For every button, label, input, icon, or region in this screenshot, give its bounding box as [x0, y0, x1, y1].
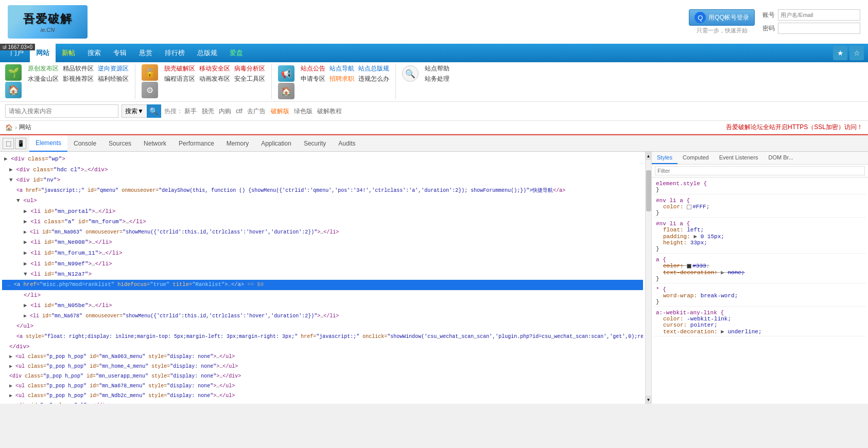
- html-line-24[interactable]: ▶ <div id="mu" class="cl">…</div>: [2, 401, 643, 404]
- cat-col-4: 脱壳破解区 编程语言区: [164, 64, 195, 83]
- account-input[interactable]: [778, 9, 860, 21]
- cat-separator-1: [135, 64, 135, 99]
- styles-filter-input[interactable]: [655, 166, 865, 175]
- html-line-5[interactable]: ▼ <ul>: [2, 195, 643, 206]
- html-line-16[interactable]: </ul>: [2, 321, 643, 332]
- cat-software[interactable]: 精品软件区: [63, 64, 94, 73]
- login-area: Q 用QQ帐号登录 只需一步，快速开始 账号 密码: [689, 9, 860, 34]
- html-line-13[interactable]: </li>: [2, 290, 643, 301]
- html-line-8[interactable]: ▶ <li id="mn_Na063" onmouseover="showMen…: [2, 227, 643, 237]
- breadcrumb-home-icon[interactable]: 🏠: [5, 124, 13, 131]
- cat-unpack[interactable]: 脱壳破解区: [164, 64, 195, 73]
- cat-notice[interactable]: 站点公告: [301, 64, 325, 73]
- html-line-11[interactable]: ▶ <li id="mn_N99ef">…</li>: [2, 259, 643, 270]
- css-prop-padding[interactable]: padding: ▶ 0 15px;: [663, 233, 864, 240]
- cat-tools[interactable]: 安全工具区: [234, 75, 265, 83]
- tab-audits[interactable]: Audits: [332, 135, 361, 152]
- elements-scrollbar[interactable]: ▲ ▼: [645, 152, 651, 404]
- hot-link-1[interactable]: 新手: [184, 107, 197, 115]
- html-line-6[interactable]: ▶ <li id="mn_portal">…</li>: [2, 206, 643, 217]
- hot-link-4[interactable]: ctf: [236, 107, 242, 115]
- hot-link-2[interactable]: 脱壳: [202, 107, 214, 115]
- cat-help[interactable]: 站点帮助: [425, 64, 449, 73]
- css-prop-webkit-color[interactable]: color: -webkit-link;: [663, 316, 864, 322]
- css-prop-height[interactable]: height: 33px;: [663, 240, 864, 246]
- category-bar: 🌱 🏠 原创发布区 水漫金山区 精品软件区 影视推荐区 逆向资源区 福利经验区 …: [0, 62, 868, 102]
- device-mode-button[interactable]: 📱: [15, 138, 26, 149]
- tab-elements[interactable]: Elements: [29, 135, 67, 152]
- html-line-4[interactable]: <a href="javascript:;" id="qmenu" onmous…: [2, 186, 643, 195]
- cat-apply[interactable]: 申请专区: [301, 75, 325, 83]
- html-line-1[interactable]: ▶ <div class="wp">: [2, 154, 643, 165]
- html-line-12[interactable]: ▼ <li id="mn_N12a7">: [2, 269, 643, 280]
- html-line-22[interactable]: ▶ <ul class="p_pop h_pop" id="mn_Na678_m…: [2, 381, 643, 391]
- styles-tab-dom-breakpoints[interactable]: DOM Br...: [763, 152, 798, 164]
- elements-content[interactable]: ▶ <div class="wp"> ▶ <div class="hdc cl"…: [0, 152, 645, 404]
- html-line-17[interactable]: <a style="float: right;display: inline;m…: [2, 332, 643, 342]
- html-line-14[interactable]: ▶ <li id="mn_N05be">…</li>: [2, 300, 643, 311]
- cat-virus[interactable]: 病毒分析区: [234, 64, 265, 73]
- cat-job[interactable]: 招聘求职: [329, 75, 354, 83]
- hot-link-7[interactable]: 绿色版: [294, 107, 313, 115]
- cat-coding[interactable]: 编程语言区: [164, 75, 195, 83]
- html-line-19[interactable]: ▶ <ul class="p_pop h_pop" id="mn_Na063_m…: [2, 352, 643, 362]
- css-prop-a-color[interactable]: color: #333;: [663, 263, 864, 269]
- tab-application[interactable]: Application: [255, 135, 298, 152]
- styles-panel: Styles Computed Event Listeners DOM Br..…: [652, 152, 868, 404]
- tab-performance[interactable]: Performance: [172, 135, 220, 152]
- nav-item-new[interactable]: 新帖: [56, 44, 81, 62]
- cat-animation[interactable]: 动画发布区: [199, 75, 230, 83]
- css-prop-webkit-decoration[interactable]: text-decoration: ▶ underline;: [663, 328, 864, 335]
- nav-item-reward[interactable]: 悬赏: [133, 44, 159, 62]
- html-line-20[interactable]: ▶ <ul class="p_pop h_pop" id="mn_home_4_…: [2, 362, 643, 371]
- hot-link-6[interactable]: 破解版: [271, 107, 289, 115]
- tab-sources[interactable]: Sources: [102, 135, 137, 152]
- css-prop-a-decoration[interactable]: text-decoration: ▶ none;: [663, 269, 864, 276]
- html-line-23[interactable]: ▶ <ul class="p_pop h_pop" id="mn_Ndb2c_m…: [2, 391, 643, 401]
- html-line-21[interactable]: <div class="p_pop h_pop" id="mn_userapp_…: [2, 371, 643, 381]
- html-line-3[interactable]: ▼ <div id="nv">: [2, 175, 643, 186]
- css-prop-wordwrap[interactable]: word-wrap: break-word;: [663, 293, 864, 299]
- html-line-15[interactable]: ▶ <li id="mn_Na678" onmouseover="showMen…: [2, 311, 643, 321]
- css-prop-cursor[interactable]: cursor: pointer;: [663, 322, 864, 328]
- search-input[interactable]: [5, 104, 118, 118]
- styles-tab-event-listeners[interactable]: Event Listeners: [714, 152, 763, 164]
- nav-item-rules[interactable]: 总版规: [191, 44, 223, 62]
- nav-item-ranking[interactable]: 排行榜: [159, 44, 191, 62]
- cat-nav[interactable]: 站点导航: [329, 64, 354, 73]
- tab-network[interactable]: Network: [137, 135, 172, 152]
- css-prop-float[interactable]: float: left;: [663, 227, 864, 233]
- nav-item-aipan[interactable]: 爱盘: [223, 44, 249, 62]
- inspect-element-button[interactable]: ⬚: [3, 138, 14, 149]
- qq-login-button[interactable]: Q 用QQ帐号登录: [689, 9, 755, 26]
- html-line-9[interactable]: ▶ <li id="mn_Ne008">…</li>: [2, 237, 643, 248]
- tab-security[interactable]: Security: [298, 135, 332, 152]
- hot-link-8[interactable]: 破解教程: [317, 107, 342, 115]
- html-line-10[interactable]: ▶ <li id="mn_forum_11">…</li>: [2, 248, 643, 259]
- tab-console[interactable]: Console: [67, 135, 102, 152]
- html-line-7[interactable]: ▶ <li class="a" id="mn_forum">…</li>: [2, 217, 643, 227]
- styles-tab-styles[interactable]: Styles: [652, 152, 678, 164]
- nav-item-search[interactable]: 搜索: [81, 44, 107, 62]
- cat-welfare[interactable]: 福利经验区: [98, 75, 129, 83]
- nav-item-album[interactable]: 专辑: [107, 44, 133, 62]
- cat-violation[interactable]: 违规怎么办: [358, 75, 389, 83]
- cat-mobile[interactable]: 移动安全区: [199, 64, 230, 73]
- hot-link-5[interactable]: 去广告: [247, 107, 266, 115]
- cat-movie[interactable]: 影视推荐区: [63, 75, 94, 83]
- cat-admin[interactable]: 站务处理: [425, 75, 449, 83]
- styles-tab-computed[interactable]: Computed: [678, 152, 714, 164]
- html-line-2[interactable]: ▶ <div class="hdc cl">…</div>: [2, 165, 643, 175]
- css-prop-color-1[interactable]: color: #FFF;: [663, 204, 864, 210]
- hot-link-3[interactable]: 内购: [219, 107, 231, 115]
- html-line-18[interactable]: </div>: [2, 342, 643, 352]
- cat-rules[interactable]: 站点总版规: [358, 64, 389, 73]
- html-line-selected[interactable]: … <a href="misc.php?mod=ranklist" hidefo…: [2, 280, 643, 290]
- password-input[interactable]: [778, 23, 860, 34]
- cat-reverse[interactable]: 逆向资源区: [98, 64, 129, 73]
- search-icon-button[interactable]: 🔍: [147, 104, 161, 118]
- cat-original[interactable]: 原创发布区: [28, 64, 59, 73]
- search-select-label[interactable]: 搜索▼: [121, 104, 147, 118]
- tab-memory[interactable]: Memory: [220, 135, 255, 152]
- cat-shui[interactable]: 水漫金山区: [28, 75, 59, 83]
